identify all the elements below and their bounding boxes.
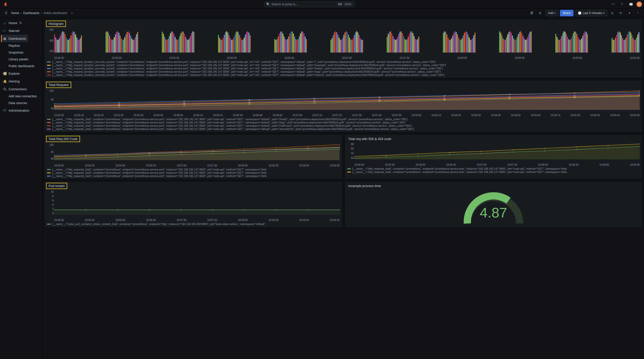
dock-icon[interactable]: ⧉ [19, 21, 22, 25]
svg-rect-91 [226, 31, 227, 53]
sidebar-starred[interactable]: ☆Starred [1, 27, 21, 34]
share-button[interactable]: Share [560, 10, 574, 16]
svg-rect-286 [619, 31, 619, 53]
legend-item[interactable]: {__name__="http_requests_total", contain… [347, 167, 640, 170]
svg-rect-295 [629, 31, 630, 53]
zoom-out-icon[interactable]: ⊖ [609, 10, 616, 17]
star-icon[interactable]: ☆ [68, 10, 75, 17]
panel-pod-restart[interactable]: Pod restart 1086420 18:05:0018:05:3018:0… [44, 181, 343, 228]
add-icon[interactable]: ＋▾ [609, 1, 616, 8]
panel-req-500-404[interactable]: Total req with 500 & 404 code 90807060 1… [345, 134, 643, 179]
legend-item[interactable]: {__name__="http_request_duration_seconds… [47, 60, 640, 63]
svg-rect-181 [402, 33, 403, 53]
kiosk-icon[interactable]: ^ [634, 10, 641, 17]
legend-item[interactable]: {__name__="http_request_duration_seconds… [47, 73, 640, 76]
home-icon: ⌂ [3, 21, 7, 25]
legend-item[interactable]: {__name__="http_requests_total", contain… [47, 124, 640, 127]
sidebar-library-panels[interactable]: Library panels [1, 56, 42, 63]
global-search[interactable]: 🔍 Search or jump to... ⌨ ctrl+k [264, 1, 355, 7]
help-icon[interactable]: ? [618, 1, 625, 8]
grafana-logo-icon[interactable] [2, 1, 9, 8]
legend: {__name__="http_requests_total", contain… [47, 168, 340, 177]
svg-rect-232 [509, 32, 509, 53]
svg-rect-274 [581, 38, 582, 53]
legend-item[interactable]: {__name__="http_requests_total", contain… [47, 121, 640, 124]
chevron-right-icon[interactable]: › [2, 72, 3, 75]
svg-rect-113 [276, 40, 276, 53]
svg-rect-215 [465, 31, 466, 53]
legend-item[interactable]: {__name__="http_requests_total", contain… [347, 170, 640, 173]
refresh-interval-icon[interactable]: ▾ [626, 10, 633, 17]
menu-icon[interactable]: ☰ [3, 10, 10, 17]
legend-item[interactable]: {__name__="http_requests_total", contain… [47, 171, 340, 174]
sidebar-add-new-connection[interactable]: Add new connection [1, 93, 42, 100]
legend-item[interactable]: {__name__="http_request_duration_seconds… [47, 70, 640, 73]
svg-rect-285 [618, 32, 618, 53]
svg-rect-143 [334, 32, 335, 53]
svg-rect-174 [394, 39, 395, 53]
news-icon[interactable]: 📰 [627, 1, 634, 8]
svg-rect-20 [73, 31, 73, 53]
svg-rect-281 [613, 40, 614, 53]
svg-rect-252 [555, 34, 556, 53]
legend-item[interactable]: {__name__="http_requests_total", contain… [47, 168, 340, 171]
svg-rect-85 [219, 38, 220, 53]
svg-rect-54 [136, 34, 137, 53]
refresh-icon[interactable]: ⟳ [617, 10, 624, 17]
svg-point-410 [117, 154, 118, 154]
legend-text: {__name__="http_requests_total", contain… [352, 170, 567, 173]
sidebar-explore[interactable]: 🧭Explore [1, 70, 22, 77]
sidebar-connections[interactable]: 🔌Connections [1, 85, 29, 93]
legend-item[interactable]: {__name__="http_request_duration_seconds… [47, 67, 640, 70]
svg-rect-253 [557, 37, 557, 53]
panel-example-process-time[interactable]: /example process time 4.87 [345, 181, 643, 228]
legend-item[interactable]: {__name__="http_requests_total", contain… [47, 118, 640, 121]
svg-rect-268 [574, 31, 575, 53]
svg-rect-108 [246, 32, 247, 53]
sidebar-playlists[interactable]: Playlists [1, 42, 42, 49]
breadcrumb-section[interactable]: Dashboards [23, 11, 40, 15]
sidebar-dashboards[interactable]: ▦Dashboards [1, 35, 28, 42]
legend-item[interactable]: {__name__="http_requests_total", contain… [47, 127, 640, 130]
legend-item[interactable]: {__name__="kube_pod_container_status_res… [47, 222, 340, 226]
chevron-right-icon[interactable]: › [2, 109, 3, 112]
svg-rect-225 [500, 33, 501, 53]
sidebar-snapshots[interactable]: Snapshots [1, 49, 42, 56]
svg-rect-94 [230, 38, 231, 53]
svg-rect-197 [444, 31, 445, 53]
svg-rect-122 [286, 40, 287, 53]
svg-rect-127 [292, 32, 293, 53]
time-picker[interactable]: 🕘 Last 5 minutes ▾ [575, 10, 607, 16]
svg-rect-223 [475, 33, 475, 53]
sidebar-alerting[interactable]: 🔔Alerting [1, 77, 22, 85]
add-button[interactable]: Add ▾ [545, 10, 558, 16]
svg-rect-178 [398, 34, 399, 53]
panel-total-request[interactable]: Total Request 1008060 18:05:0018:05:1018… [44, 80, 642, 132]
breadcrumb-home[interactable]: Home [11, 11, 19, 15]
legend-text: {__name__="http_request_duration_seconds… [52, 67, 443, 70]
chevron-right-icon[interactable]: › [2, 80, 3, 83]
legend-item[interactable]: {__name__="http_requests_total", contain… [47, 174, 340, 177]
svg-point-437 [576, 149, 577, 150]
sidebar-home[interactable]: ⌂Home⧉ [1, 19, 24, 27]
svg-rect-68 [176, 39, 177, 53]
breadcrumb-page[interactable]: Ankits-dashboard [44, 11, 67, 15]
user-avatar[interactable] [636, 2, 642, 7]
svg-point-367 [248, 103, 250, 104]
svg-rect-217 [468, 34, 468, 53]
svg-rect-121 [285, 39, 286, 53]
legend-item[interactable]: {__name__="http_request_duration_seconds… [47, 64, 640, 67]
legend-swatch [47, 75, 51, 75]
svg-rect-48 [129, 33, 130, 53]
chevron-right-icon[interactable]: › [2, 29, 3, 32]
panel-total-req-200[interactable]: Total Req 200 Code 1008060 18:05:0018:05… [44, 134, 343, 179]
sidebar-data-sources[interactable]: Data sources [1, 100, 42, 106]
settings-icon[interactable]: ⚙ [537, 10, 544, 17]
sidebar-public-dashboards[interactable]: Public dashboards [1, 63, 42, 69]
svg-rect-292 [626, 37, 626, 53]
svg-rect-155 [348, 35, 349, 53]
svg-rect-147 [339, 38, 339, 53]
save-icon[interactable]: 🗐 [528, 10, 535, 17]
sidebar-administration[interactable]: 🛡Administration [1, 107, 31, 114]
panel-histogram[interactable]: Histogram 600400200 18:04:3018:05:0018:0… [44, 19, 642, 78]
